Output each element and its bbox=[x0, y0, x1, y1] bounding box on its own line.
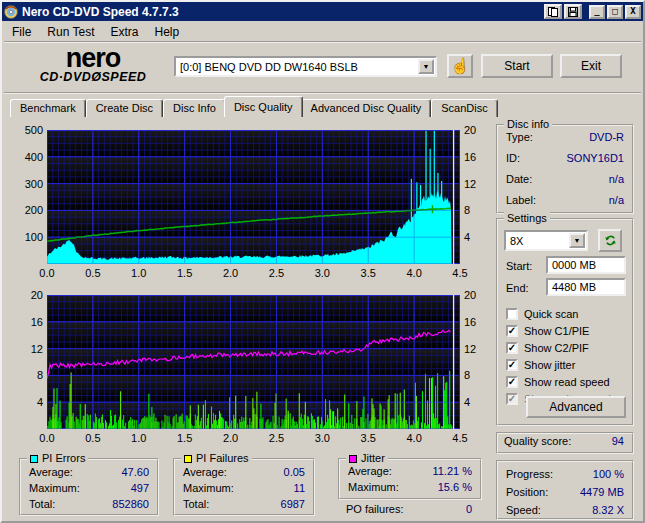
jitter-color-swatch bbox=[349, 455, 357, 463]
checkbox-show-c2-pif[interactable]: ✓Show C2/PIF bbox=[506, 340, 589, 356]
checkbox-icon[interactable]: ✓ bbox=[506, 376, 518, 388]
disc-info-title: Disc info bbox=[504, 118, 552, 130]
hand-icon: ☝ bbox=[451, 57, 470, 75]
settings-title: Settings bbox=[504, 212, 550, 224]
x-axis-tick: 4.5 bbox=[445, 267, 475, 279]
settings-box: Settings 8X ▼ Start: 0000 MB End: 4480 M… bbox=[496, 218, 634, 426]
checkbox-icon[interactable]: ✓ bbox=[506, 359, 518, 371]
pi-failures-row: Maximum:11 bbox=[183, 482, 305, 497]
pi-failures-legend: PI Failures bbox=[181, 452, 252, 464]
start-button[interactable]: Start bbox=[481, 54, 553, 78]
menu-file[interactable]: File bbox=[4, 23, 39, 41]
start-mb-label: Start: bbox=[506, 260, 532, 272]
tab-create-disc[interactable]: Create Disc bbox=[86, 99, 163, 117]
logo-nero-text: nero bbox=[18, 47, 168, 70]
x-axis-tick: 4.0 bbox=[399, 267, 429, 279]
logo-cdspeed-text: CD·DVDØSPEED bbox=[18, 70, 168, 84]
progress-row: Position:4479 MB bbox=[506, 486, 624, 501]
x-axis-tick: 3.0 bbox=[307, 267, 337, 279]
x-axis-tick: 3.0 bbox=[307, 432, 337, 444]
checkbox-quick-scan[interactable]: Quick scan bbox=[506, 306, 578, 322]
checkbox-icon[interactable] bbox=[506, 308, 518, 320]
x-axis-tick: 0.5 bbox=[78, 432, 108, 444]
speed-selector[interactable]: 8X ▼ bbox=[504, 230, 588, 251]
minimize-button[interactable]: _ bbox=[589, 5, 605, 19]
y-axis-left-tick: 200 bbox=[13, 204, 43, 216]
refresh-button[interactable] bbox=[598, 229, 622, 252]
x-axis-tick: 4.5 bbox=[445, 432, 475, 444]
checkbox-icon[interactable]: ✓ bbox=[506, 325, 518, 337]
maximize-button[interactable]: □ bbox=[607, 5, 623, 19]
menu-help[interactable]: Help bbox=[147, 23, 188, 41]
pi-errors-legend: PI Errors bbox=[27, 452, 88, 464]
exit-button[interactable]: Exit bbox=[560, 54, 622, 78]
x-axis-tick: 3.5 bbox=[353, 432, 383, 444]
disc-info-row: Type:DVD-R bbox=[506, 131, 624, 146]
drive-selector-value: [0:0] BENQ DVD DD DW1640 BSLB bbox=[176, 61, 418, 73]
refresh-icon bbox=[604, 234, 617, 247]
report-button[interactable] bbox=[544, 4, 562, 19]
chevron-down-icon[interactable]: ▼ bbox=[569, 233, 585, 248]
end-mb-field[interactable]: 4480 MB bbox=[546, 278, 626, 296]
tab-advanced-disc-quality[interactable]: Advanced Disc Quality bbox=[301, 99, 432, 117]
jitter-legend: Jitter bbox=[346, 452, 388, 464]
pi-errors-stats-box: PI Errors Average:47.60Maximum:497Total:… bbox=[19, 458, 159, 516]
x-axis-tick: 2.5 bbox=[261, 432, 291, 444]
checkbox-icon: ✓ bbox=[506, 393, 518, 405]
save-button[interactable] bbox=[564, 4, 582, 19]
app-icon bbox=[4, 5, 18, 19]
jitter-stats-box: Jitter Average:11.21 %Maximum:15.6 % bbox=[338, 458, 482, 500]
titlebar: Nero CD-DVD Speed 4.7.7.3 _ □ X bbox=[2, 2, 643, 21]
pi-failures-row: Total:6987 bbox=[183, 498, 305, 513]
x-axis-tick: 2.0 bbox=[216, 267, 246, 279]
y-axis-right-tick: 8 bbox=[464, 369, 470, 381]
drive-selector[interactable]: [0:0] BENQ DVD DD DW1640 BSLB ▼ bbox=[174, 56, 437, 77]
y-axis-left-tick: 100 bbox=[13, 231, 43, 243]
y-axis-right-tick: 4 bbox=[464, 231, 470, 243]
pi-errors-row: Maximum:497 bbox=[29, 482, 149, 497]
progress-box: Progress:100 %Position:4479 MBSpeed:8.32… bbox=[496, 460, 634, 520]
quality-score-label: Quality score: bbox=[504, 435, 571, 447]
close-button[interactable]: X bbox=[625, 5, 641, 19]
y-axis-left-tick: 300 bbox=[13, 178, 43, 190]
jitter-row: Average:11.21 % bbox=[348, 465, 472, 480]
advanced-button[interactable]: Advanced bbox=[526, 396, 626, 418]
menu-run-test[interactable]: Run Test bbox=[39, 23, 102, 41]
tab-disc-info[interactable]: Disc Info bbox=[163, 99, 226, 117]
pi-failures-stats-box: PI Failures Average:0.05Maximum:11Total:… bbox=[173, 458, 315, 516]
start-mb-field[interactable]: 0000 MB bbox=[546, 256, 626, 274]
y-axis-left-tick: 12 bbox=[13, 343, 43, 355]
y-axis-right-tick: 8 bbox=[464, 204, 470, 216]
jitter-row: Maximum:15.6 % bbox=[348, 481, 472, 496]
checkbox-label: Show jitter bbox=[524, 359, 575, 371]
y-axis-left-tick: 400 bbox=[13, 151, 43, 163]
progress-row: Speed:8.32 X bbox=[506, 504, 624, 519]
checkbox-label: Quick scan bbox=[524, 308, 578, 320]
x-axis-tick: 1.5 bbox=[170, 432, 200, 444]
y-axis-right-tick: 16 bbox=[464, 151, 476, 163]
checkbox-icon[interactable]: ✓ bbox=[506, 342, 518, 354]
y-axis-right-tick: 4 bbox=[464, 396, 470, 408]
x-axis-tick: 0.0 bbox=[32, 267, 62, 279]
eject-hand-button[interactable]: ☝ bbox=[447, 54, 473, 78]
checkbox-show-read-speed[interactable]: ✓Show read speed bbox=[506, 374, 610, 390]
po-failures-label: PO failures: bbox=[346, 503, 403, 515]
y-axis-left-tick: 4 bbox=[13, 396, 43, 408]
tab-disc-quality[interactable]: Disc Quality bbox=[224, 96, 303, 117]
tab-benchmark[interactable]: Benchmark bbox=[10, 99, 86, 117]
y-axis-right-tick: 12 bbox=[464, 343, 476, 355]
x-axis-tick: 0.5 bbox=[78, 267, 108, 279]
pi-errors-chart bbox=[47, 130, 460, 264]
y-axis-right-tick: 12 bbox=[464, 178, 476, 190]
menu-extra[interactable]: Extra bbox=[102, 23, 146, 41]
disc-info-row: ID:SONY16D1 bbox=[506, 152, 624, 167]
checkbox-show-c1-pie[interactable]: ✓Show C1/PIE bbox=[506, 323, 589, 339]
x-axis-tick: 3.5 bbox=[353, 267, 383, 279]
quality-score-box: Quality score: 94 bbox=[496, 432, 634, 454]
floppy-icon bbox=[568, 7, 578, 17]
quality-score-value: 94 bbox=[612, 435, 624, 447]
chevron-down-icon[interactable]: ▼ bbox=[418, 59, 434, 74]
window-title: Nero CD-DVD Speed 4.7.7.3 bbox=[22, 5, 542, 19]
checkbox-show-jitter[interactable]: ✓Show jitter bbox=[506, 357, 575, 373]
tab-scandisc[interactable]: ScanDisc bbox=[431, 99, 497, 117]
